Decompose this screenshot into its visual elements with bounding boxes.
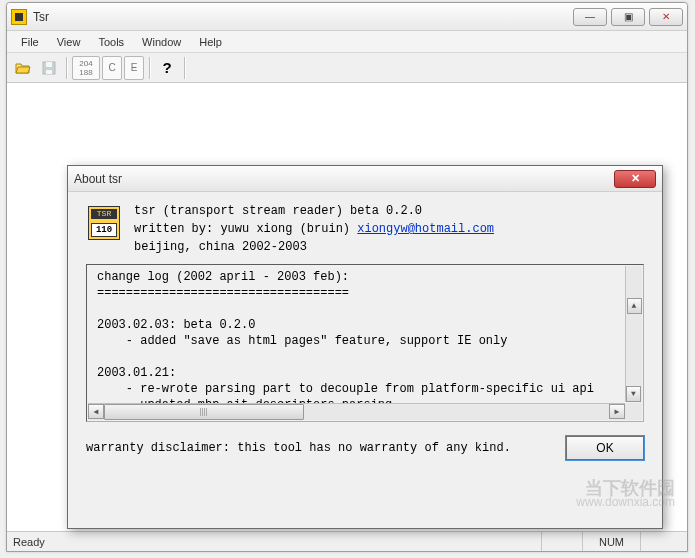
- dialog-body: TSR 110 tsr (transport stream reader) be…: [68, 192, 662, 528]
- ok-button[interactable]: OK: [566, 436, 644, 460]
- titlebar[interactable]: Tsr — ▣ ✕: [7, 3, 687, 31]
- svg-rect-1: [46, 62, 52, 67]
- warranty-text: warranty disclaimer: this tool has no wa…: [86, 441, 566, 455]
- scroll-left-icon[interactable]: ◀: [88, 404, 104, 419]
- hscroll-track[interactable]: [104, 404, 609, 420]
- menu-view[interactable]: View: [49, 34, 89, 50]
- open-file-icon[interactable]: [11, 56, 35, 80]
- menu-window[interactable]: Window: [134, 34, 189, 50]
- vertical-scrollbar[interactable]: ▲ ▼: [625, 266, 642, 402]
- label-204: 204: [79, 59, 92, 68]
- logo-text-bottom: 110: [91, 223, 117, 237]
- about-line-1: tsr (transport stream reader) beta 0.2.0: [134, 202, 494, 220]
- svg-rect-2: [46, 70, 52, 74]
- menu-file[interactable]: File: [13, 34, 47, 50]
- e-button[interactable]: E: [124, 56, 144, 80]
- minimize-button[interactable]: —: [573, 8, 607, 26]
- about-dialog: About tsr ✕ TSR 110 tsr (transport strea…: [67, 165, 663, 529]
- horizontal-scrollbar[interactable]: ◀ ▶: [88, 403, 625, 420]
- toolbar-separator: [149, 57, 150, 79]
- scroll-right-icon[interactable]: ▶: [609, 404, 625, 419]
- packet-size-button[interactable]: 204 188: [72, 56, 100, 80]
- dialog-titlebar[interactable]: About tsr ✕: [68, 166, 662, 192]
- close-button[interactable]: ✕: [649, 8, 683, 26]
- client-area: About tsr ✕ TSR 110 tsr (transport strea…: [7, 83, 687, 531]
- toolbar-separator: [66, 57, 67, 79]
- statusbar: Ready NUM: [7, 531, 687, 551]
- changelog-text: change log (2002 april - 2003 feb): ====…: [97, 270, 594, 412]
- main-window: Tsr — ▣ ✕ File View Tools Window Help 20…: [6, 2, 688, 552]
- vscroll-track[interactable]: [626, 283, 642, 385]
- c-button[interactable]: C: [102, 56, 122, 80]
- status-num: NUM: [582, 532, 640, 551]
- help-icon[interactable]: ?: [155, 56, 179, 80]
- menubar: File View Tools Window Help: [7, 31, 687, 53]
- label-188: 188: [79, 68, 92, 77]
- toolbar-separator: [184, 57, 185, 79]
- dialog-title: About tsr: [74, 172, 614, 186]
- app-icon: [11, 9, 27, 25]
- about-info-text: tsr (transport stream reader) beta 0.2.0…: [134, 202, 494, 256]
- status-cell-empty1: [541, 532, 582, 551]
- logo-text-top: TSR: [91, 209, 117, 219]
- maximize-button[interactable]: ▣: [611, 8, 645, 26]
- scroll-down-icon[interactable]: ▼: [626, 386, 641, 402]
- scroll-corner: [625, 403, 642, 420]
- dialog-close-button[interactable]: ✕: [614, 170, 656, 188]
- save-icon: [37, 56, 61, 80]
- status-cell-empty2: [640, 532, 681, 551]
- hscroll-thumb[interactable]: [104, 404, 304, 420]
- changelog-textarea[interactable]: change log (2002 april - 2003 feb): ====…: [86, 264, 644, 422]
- menu-tools[interactable]: Tools: [90, 34, 132, 50]
- author-email-link[interactable]: xiongyw@hotmail.com: [357, 222, 494, 236]
- about-line-2-prefix: written by: yuwu xiong (bruin): [134, 222, 357, 236]
- window-title: Tsr: [33, 10, 573, 24]
- status-ready: Ready: [13, 536, 45, 548]
- menu-help[interactable]: Help: [191, 34, 230, 50]
- tsr-logo-icon: TSR 110: [88, 206, 120, 240]
- about-line-3: beijing, china 2002-2003: [134, 238, 494, 256]
- toolbar: 204 188 C E ?: [7, 53, 687, 83]
